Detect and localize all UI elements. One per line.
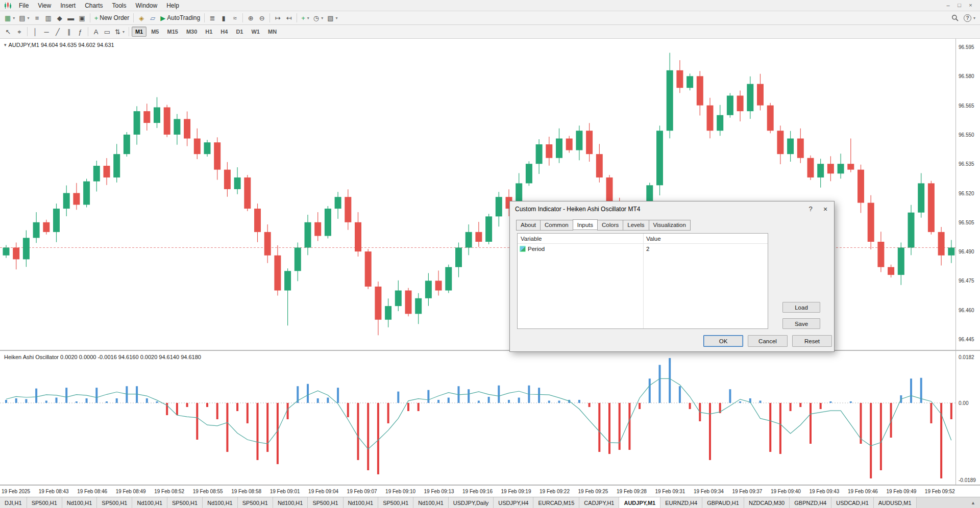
chart-tab[interactable]: USDJPY,Daily [449,497,494,508]
chart-tab[interactable]: Nd100,H1 [273,497,308,508]
chart-tab[interactable]: USDJPY,H4 [494,497,533,508]
chart-tab[interactable]: Nd100,H1 [344,497,379,508]
chart-tab[interactable]: SP500,H1 [27,497,62,508]
timeframe-button[interactable]: D1 [232,27,247,37]
auto-scroll-button[interactable]: ↦ [272,12,283,23]
new-chart-button[interactable]: ▦ ▾ [3,12,17,23]
oscillator-canvas[interactable] [0,351,955,485]
equidistant-channel-button[interactable]: ∥ [63,26,75,37]
chart-tab[interactable]: Nd100,H1 [413,497,449,508]
chart-tab[interactable]: SP500,H1 [167,497,203,508]
variable-value[interactable]: 2 [643,246,768,252]
timeframe-button[interactable]: M5 [148,27,162,37]
autotrading-button[interactable]: ▶ AutoTrading [158,12,202,23]
data-window-button[interactable]: ▥ [43,12,54,23]
minimize-button[interactable]: – [943,2,953,10]
horizontal-line-button[interactable]: ─ [41,26,52,37]
strategy-tester-button[interactable]: ▣ [77,12,88,23]
chart-print-button[interactable]: ▱ [147,12,158,23]
market-watch-button[interactable]: ≡ [32,12,43,23]
fibonacci-button[interactable]: ƒ [75,26,86,37]
chart-tab[interactable]: SP500,H1 [97,497,132,508]
dialog-tab[interactable]: Colors [597,220,623,231]
timeframe-button[interactable]: M15 [163,27,181,37]
reset-button[interactable]: Reset [792,335,832,347]
chart-tab[interactable]: Nd100,H1 [62,497,97,508]
terminal-button[interactable]: ▬ [65,12,77,23]
toolbar-button-icon: ≈ [233,15,237,21]
menu-item[interactable]: Insert [56,1,80,11]
dialog-tab[interactable]: Levels [623,220,649,231]
oscillator-axis[interactable]: 0.01820.00-0.0189 [955,351,980,485]
menu-item[interactable]: Help [162,1,184,11]
text-button[interactable]: A [90,26,102,37]
chart-tab[interactable]: AUDUSD,M1 [874,497,917,508]
arrows-button[interactable]: ⇅ ▾ [113,26,127,37]
window-close-button[interactable]: × [966,2,975,10]
cursor-button[interactable]: ↖ [3,26,14,37]
timeframe-button[interactable]: MN [264,27,280,37]
chart-tab[interactable]: USDCAD,H1 [831,497,874,508]
bar-chart-button[interactable]: ≣ [207,12,218,23]
new-order-button[interactable]: + New Order [92,12,132,23]
timeframe-button[interactable]: W1 [248,27,263,37]
chart-tab[interactable]: SP500,H1 [308,497,343,508]
chart-tab[interactable]: GBPAUD,H1 [702,497,744,508]
candlestick-chart-button[interactable]: ▮ [218,12,229,23]
menu-item[interactable]: Window [131,1,162,11]
chart-tab[interactable]: SP500,H1 [378,497,413,508]
load-button[interactable]: Load [782,302,820,313]
chart-tab[interactable]: SP500,H1 [238,497,273,508]
menu-item[interactable]: Charts [80,1,107,11]
profiles-button[interactable]: ▤ ▾ [17,12,31,23]
text-label-button[interactable]: ▭ [102,26,113,37]
table-row[interactable]: Period 2 [518,244,768,253]
chart-tab[interactable]: EURCAD,M15 [533,497,579,508]
chart-tab[interactable]: Nd100,H1 [132,497,167,508]
chart-tab[interactable]: AUDJPY,M1 [619,497,660,508]
trendline-button[interactable]: ╱ [52,26,63,37]
menu-item[interactable]: Tools [108,1,131,11]
zoom-in-button[interactable]: ⊕ [245,12,256,23]
dialog-help-button[interactable]: ? [804,204,817,215]
tab-scroll-icon[interactable]: ▲ [966,497,980,508]
save-button[interactable]: Save [782,318,820,329]
line-chart-button[interactable]: ≈ [229,12,240,23]
templates-button[interactable]: ▧ ▾ [325,12,339,23]
dialog-tab[interactable]: About [516,220,541,231]
indicators-button[interactable]: + ▾ [299,12,311,23]
chart-collapse-icon[interactable]: ▾ [4,42,7,47]
chart-tab[interactable]: Nd100,H1 [203,497,238,508]
chart-tab[interactable]: NZDCAD,M30 [744,497,790,508]
dialog-tab[interactable]: Visualization [649,220,691,231]
price-axis[interactable]: 96.59596.58096.56596.55096.53596.52096.5… [955,39,980,350]
chart-tab[interactable]: GBPNZD,H4 [790,497,831,508]
search-button[interactable] [949,12,961,23]
price-axis-label: 96.550 [959,132,974,137]
time-axis-label: 19 Feb 08:55 [193,489,223,494]
dialog-tab[interactable]: Common [540,220,573,231]
chart-tab[interactable]: EURNZD,H4 [660,497,702,508]
crosshair-button[interactable]: ⌖ [14,26,25,37]
help-button[interactable]: ? ▾ [962,12,977,23]
menu-item[interactable]: File [14,1,33,11]
chart-tab[interactable]: CADJPY,H1 [579,497,619,508]
dialog-close-button[interactable]: × [819,204,831,215]
cancel-button[interactable]: Cancel [748,335,788,347]
maximize-button[interactable]: □ [954,2,964,10]
timeframe-button[interactable]: M1 [132,27,146,37]
dialog-titlebar[interactable]: Custom Indicator - Heiken Ashi Oscillato… [510,201,834,217]
timeframe-button[interactable]: M30 [183,27,201,37]
ok-button[interactable]: OK [703,335,743,347]
chart-shift-button[interactable]: ↤ [283,12,295,23]
menu-item[interactable]: View [33,1,56,11]
periods-button[interactable]: ◷ ▾ [311,12,325,23]
dialog-tab[interactable]: Inputs [573,219,598,230]
zoom-out-button[interactable]: ⊖ [256,12,267,23]
vertical-line-button[interactable]: │ [30,26,41,37]
navigator-button[interactable]: ◆ [54,12,65,23]
chart-tab[interactable]: DJI,H1 [0,497,27,508]
timeframe-button[interactable]: H4 [217,27,231,37]
metaeditor-button[interactable]: ◈ [136,12,147,23]
timeframe-button[interactable]: H1 [202,27,216,37]
